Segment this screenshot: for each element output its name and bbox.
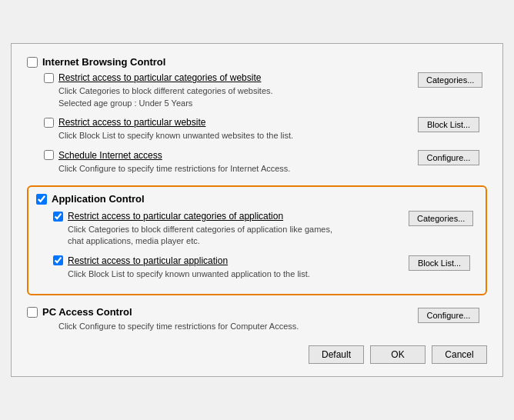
restrict-website-categories-desc: Click Categories to block different cate… xyxy=(44,85,410,109)
dialog-footer: Default OK Cancel xyxy=(27,345,487,364)
internet-browsing-control-section: Internet Browsing Control Restrict acces… xyxy=(27,56,487,175)
restrict-app-categories-title[interactable]: Restrict access to particular categories… xyxy=(68,211,283,222)
ac-checkbox[interactable] xyxy=(36,194,47,205)
schedule-internet-desc: Click Configure to specify time restrict… xyxy=(44,163,410,175)
app-categories-button[interactable]: Categories... xyxy=(409,211,473,226)
restrict-app-categories-subsection: Restrict access to particular categories… xyxy=(53,211,478,248)
restrict-particular-website-title[interactable]: Restrict access to particular website xyxy=(58,117,205,128)
ac-label[interactable]: Application Control xyxy=(52,193,145,205)
pca-checkbox[interactable] xyxy=(27,307,38,318)
ibc-label[interactable]: Internet Browsing Control xyxy=(42,56,165,68)
internet-configure-button[interactable]: Configure... xyxy=(418,150,479,165)
restrict-particular-app-subsection: Restrict access to particular applicatio… xyxy=(53,255,478,280)
restrict-website-categories-checkbox[interactable] xyxy=(44,73,54,83)
pca-desc: Click Configure to specify time restrict… xyxy=(44,321,410,332)
pc-access-control-section: PC Access Control Click Configure to spe… xyxy=(27,306,487,332)
application-control-section: Application Control Restrict access to p… xyxy=(27,185,487,295)
restrict-particular-app-title[interactable]: Restrict access to particular applicatio… xyxy=(68,255,228,266)
restrict-particular-app-checkbox[interactable] xyxy=(53,255,63,265)
ibc-checkbox[interactable] xyxy=(27,57,38,68)
website-blocklist-button[interactable]: Block List... xyxy=(418,117,479,132)
restrict-website-categories-title[interactable]: Restrict access to particular categories… xyxy=(58,72,261,83)
schedule-internet-subsection: Schedule Internet access Click Configure… xyxy=(44,150,487,175)
restrict-particular-app-desc: Click Block List to specify known unwant… xyxy=(53,268,401,280)
schedule-internet-checkbox[interactable] xyxy=(44,150,54,160)
main-dialog: Internet Browsing Control Restrict acces… xyxy=(11,43,503,376)
pca-content: Click Configure to specify time restrict… xyxy=(27,321,410,332)
restrict-app-categories-checkbox[interactable] xyxy=(53,212,63,222)
restrict-app-categories-desc: Click Categories to block different cate… xyxy=(53,224,401,248)
schedule-internet-title[interactable]: Schedule Internet access xyxy=(58,150,162,161)
ac-content: Restrict access to particular categories… xyxy=(36,211,478,280)
pc-configure-button[interactable]: Configure... xyxy=(418,308,479,323)
ibc-content: Restrict access to particular categories… xyxy=(27,72,487,175)
default-button[interactable]: Default xyxy=(309,345,364,364)
restrict-particular-website-checkbox[interactable] xyxy=(44,118,54,128)
restrict-website-categories-subsection: Restrict access to particular categories… xyxy=(44,72,487,109)
cancel-button[interactable]: Cancel xyxy=(432,345,487,364)
app-blocklist-button[interactable]: Block List... xyxy=(409,255,470,271)
ok-button[interactable]: OK xyxy=(370,345,426,364)
restrict-particular-website-subsection: Restrict access to particular website Cl… xyxy=(44,117,487,142)
website-categories-button[interactable]: Categories... xyxy=(418,72,482,88)
pca-label[interactable]: PC Access Control xyxy=(42,306,132,318)
restrict-particular-website-desc: Click Block List to specify known unwant… xyxy=(44,130,410,142)
